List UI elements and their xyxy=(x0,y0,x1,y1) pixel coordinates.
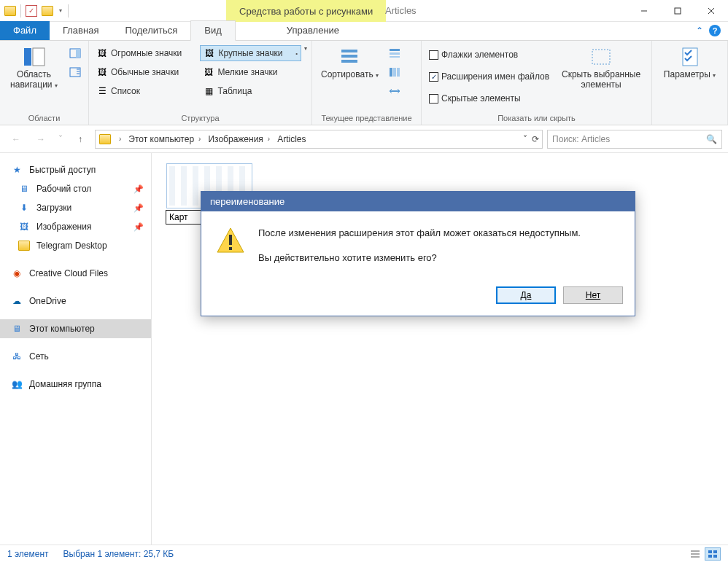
tab-file[interactable]: Файл xyxy=(0,21,50,40)
svg-rect-19 xyxy=(393,68,396,77)
forward-button[interactable]: → xyxy=(31,129,51,149)
sidebar-quick-access[interactable]: ★Быстрый доступ xyxy=(0,160,151,179)
star-icon: ★ xyxy=(10,163,23,176)
minimize-button[interactable] xyxy=(627,0,661,22)
sidebar-pictures[interactable]: 🖼Изображения📌 xyxy=(0,217,151,236)
sidebar-homegroup[interactable]: 👥Домашняя группа xyxy=(0,375,151,394)
pin-icon: 📌 xyxy=(133,222,144,232)
separator xyxy=(68,4,69,17)
creative-cloud-icon: ◉ xyxy=(10,267,23,280)
huge-icons-option[interactable]: 🖼Огромные значки xyxy=(93,45,197,61)
desktop-icon: 🖥 xyxy=(18,182,31,195)
address-dropdown-icon[interactable]: ˅ xyxy=(523,134,527,144)
options-button[interactable]: Параметры ▾ xyxy=(659,44,720,82)
fit-columns-button[interactable] xyxy=(386,83,403,99)
svg-rect-32 xyxy=(708,555,712,558)
rename-warning-dialog: переименование После изменения расширени… xyxy=(201,191,635,316)
navigation-pane-button[interactable]: Область навигации ▾ xyxy=(4,44,63,92)
group-label-panes: Области xyxy=(4,112,84,123)
tab-home[interactable]: Главная xyxy=(50,21,112,40)
tab-manage[interactable]: Управление xyxy=(274,21,352,40)
list-icon: ☰ xyxy=(96,85,108,97)
svg-rect-15 xyxy=(390,49,400,51)
search-input[interactable]: Поиск: Articles 🔍 xyxy=(547,130,722,149)
hidden-items-toggle[interactable]: Скрытые элементы xyxy=(426,90,552,106)
svg-rect-4 xyxy=(24,48,31,66)
address-bar[interactable]: › Этот компьютер› Изображения› Articles … xyxy=(95,130,543,149)
add-columns-icon xyxy=(389,66,400,78)
sidebar-telegram[interactable]: Telegram Desktop xyxy=(0,236,151,255)
hide-selected-button[interactable]: Скрыть выбранные элементы xyxy=(555,44,647,92)
search-icon: 🔍 xyxy=(706,134,717,144)
up-button[interactable]: ↑ xyxy=(70,129,90,149)
app-icon xyxy=(3,3,18,19)
svg-rect-7 xyxy=(76,49,80,58)
dialog-yes-button[interactable]: Да xyxy=(496,286,556,304)
search-placeholder: Поиск: Articles xyxy=(552,134,610,144)
close-button[interactable] xyxy=(694,0,728,22)
pin-icon: 📌 xyxy=(133,184,144,194)
item-checkboxes-toggle[interactable]: Флажки элементов xyxy=(426,47,552,63)
qat-properties-button[interactable]: ✓ xyxy=(24,3,39,19)
svg-rect-1 xyxy=(675,8,681,14)
huge-icons-icon: 🖼 xyxy=(96,47,108,59)
svg-rect-31 xyxy=(713,550,717,553)
separator xyxy=(20,4,21,17)
tab-share[interactable]: Поделиться xyxy=(112,21,190,40)
large-icons-option[interactable]: 🖼Крупные значки• xyxy=(200,45,301,61)
sidebar-this-pc[interactable]: 🖥Этот компьютер xyxy=(0,319,151,338)
layout-expand-icon[interactable]: ▾ xyxy=(304,45,307,52)
navigation-pane-icon xyxy=(23,45,46,69)
picture-tools-context-tab: Средства работы с рисунками xyxy=(226,0,386,22)
pc-icon: 🖥 xyxy=(10,322,23,335)
hide-selected-icon xyxy=(589,45,613,69)
refresh-button[interactable]: ⟳ xyxy=(532,134,539,144)
back-button[interactable]: ← xyxy=(6,129,26,149)
svg-rect-25 xyxy=(229,235,232,245)
svg-rect-20 xyxy=(397,68,400,77)
dialog-no-button[interactable]: Нет xyxy=(563,286,623,304)
tab-view[interactable]: Вид xyxy=(190,20,236,41)
svg-rect-14 xyxy=(341,60,357,63)
preview-pane-button[interactable] xyxy=(66,45,84,61)
sort-button[interactable]: Сортировать ▾ xyxy=(317,44,383,82)
list-option[interactable]: ☰Список xyxy=(93,83,197,99)
maximize-button[interactable] xyxy=(661,0,694,22)
details-view-toggle[interactable] xyxy=(687,547,703,561)
titlebar: ✓ ▾ Средства работы с рисунками Articles xyxy=(0,0,728,22)
recent-locations-dropdown[interactable]: ˅ xyxy=(55,129,66,149)
ribbon-collapse-button[interactable]: ⌃ xyxy=(696,26,703,36)
svg-rect-26 xyxy=(229,247,232,250)
add-columns-button[interactable] xyxy=(386,64,403,80)
quick-access-toolbar: ✓ ▾ xyxy=(0,0,73,21)
qat-customize-dropdown[interactable]: ▾ xyxy=(56,7,65,14)
qat-new-folder-button[interactable] xyxy=(40,3,55,19)
crumb-this-pc[interactable]: Этот компьютер› xyxy=(125,134,204,144)
fit-columns-icon xyxy=(389,85,400,97)
file-extensions-toggle[interactable]: Расширения имен файлов xyxy=(426,69,552,85)
details-pane-button[interactable] xyxy=(66,64,84,80)
icons-view-toggle[interactable] xyxy=(705,547,721,561)
sidebar-downloads[interactable]: ⬇Загрузки📌 xyxy=(0,198,151,217)
small-icons-option[interactable]: 🖼Мелкие значки xyxy=(200,64,301,80)
network-icon: 🖧 xyxy=(10,350,23,363)
crumb-pictures[interactable]: Изображения› xyxy=(205,134,273,144)
small-icons-icon: 🖼 xyxy=(203,66,214,78)
sidebar-network[interactable]: 🖧Сеть xyxy=(0,347,151,366)
crumb-current[interactable]: Articles xyxy=(274,134,309,144)
sort-icon xyxy=(338,45,362,69)
sidebar-onedrive[interactable]: ☁OneDrive xyxy=(0,292,151,311)
table-option[interactable]: ▦Таблица xyxy=(200,83,301,99)
group-by-button[interactable] xyxy=(386,45,403,61)
medium-icons-option[interactable]: 🖼Обычные значки xyxy=(93,64,197,80)
ribbon: Область навигации ▾ Области 🖼Огромные зн… xyxy=(0,41,728,125)
large-icons-icon: 🖼 xyxy=(204,47,215,59)
help-icon[interactable]: ? xyxy=(709,25,721,36)
sidebar-desktop[interactable]: 🖥Рабочий стол📌 xyxy=(0,179,151,198)
svg-rect-16 xyxy=(390,52,400,55)
medium-icons-icon: 🖼 xyxy=(96,66,108,78)
sidebar-creative-cloud[interactable]: ◉Creative Cloud Files xyxy=(0,264,151,283)
dialog-title: переименование xyxy=(201,192,635,211)
window-title: Articles xyxy=(385,5,417,16)
nav-pane: ★Быстрый доступ 🖥Рабочий стол📌 ⬇Загрузки… xyxy=(0,153,152,545)
